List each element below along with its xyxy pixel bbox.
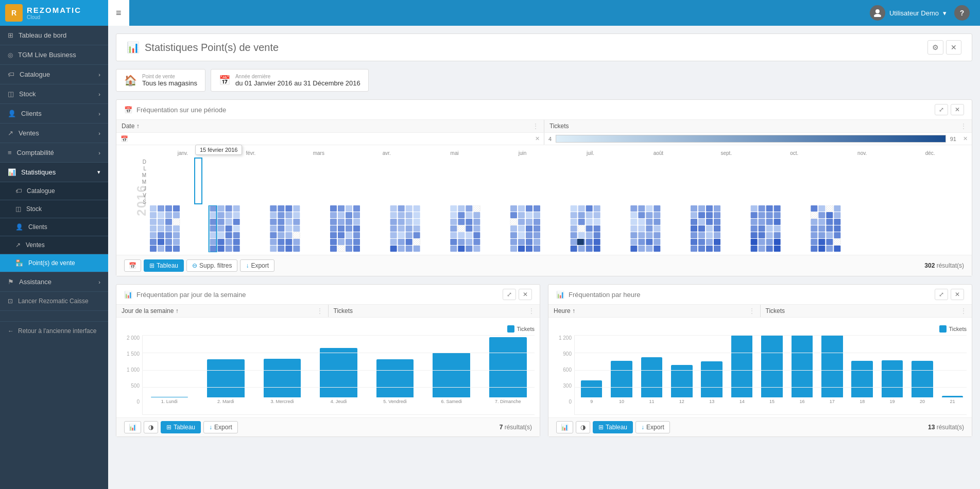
sidebar-item-comptabilite[interactable]: ≡ Comptabilité › <box>0 143 108 163</box>
sidebar-item-launch[interactable]: ⊡ Lancer Rezomatic Caisse <box>0 292 108 311</box>
close-hour-button[interactable]: ✕ <box>951 289 964 300</box>
svg-rect-95 <box>338 219 345 225</box>
sidebar-item-stock-sub[interactable]: ◫ Stock <box>0 200 108 218</box>
svg-rect-192 <box>534 212 540 218</box>
svg-rect-276 <box>714 212 720 218</box>
store-filter-icon: 🏠 <box>124 74 137 86</box>
close-week-button[interactable]: ✕ <box>519 289 532 300</box>
sidebar-item-catalogue-sub[interactable]: 🏷 Catalogue <box>0 182 108 200</box>
close-heatmap-button[interactable]: ✕ <box>951 104 964 115</box>
svg-rect-70 <box>278 239 284 245</box>
svg-rect-222 <box>594 225 600 232</box>
chevron-right-icon: › <box>98 111 100 117</box>
bar-h10: 10 <box>607 335 635 404</box>
sidebar-item-clients[interactable]: 👤 Clients › <box>0 104 108 124</box>
svg-rect-326 <box>826 219 833 225</box>
dropdown-arrow-icon: ▾ <box>943 9 947 17</box>
hour-chart-pie-view[interactable]: ◑ <box>576 421 590 433</box>
tableau-button[interactable]: ⊞ Tableau <box>144 259 184 272</box>
back-link[interactable]: ← Retour à l'ancienne interface <box>0 321 108 340</box>
sidebar-item-assistance[interactable]: ⚑ Assistance › <box>0 272 108 292</box>
help-button[interactable]: ? <box>954 5 970 21</box>
svg-rect-173 <box>510 225 517 232</box>
y-label-1500: 1 500 <box>127 351 140 357</box>
day-label-d: D <box>124 159 146 165</box>
heatmap-tooltip: 15 février 2016 <box>195 145 242 155</box>
week-col2-header: Tickets <box>334 307 353 315</box>
date-filter-button[interactable]: 📅 Année dernière du 01 Janvier 2016 au 3… <box>211 69 369 92</box>
svg-rect-279 <box>714 232 720 238</box>
svg-rect-10 <box>158 212 164 218</box>
svg-rect-249 <box>654 219 660 225</box>
svg-rect-320 <box>818 225 825 232</box>
col-resize-handle[interactable]: ⋮ <box>532 123 539 130</box>
date-clear-icon[interactable]: ✕ <box>535 135 540 142</box>
week-export-button[interactable]: ↓ Export <box>203 421 238 433</box>
svg-rect-82 <box>293 225 300 232</box>
sidebar-item-tableau-de-bord[interactable]: ⊞ Tableau de bord <box>0 26 108 45</box>
svg-rect-85 <box>293 246 300 252</box>
filter-icon: ⊖ <box>192 262 197 269</box>
svg-rect-157 <box>466 212 472 218</box>
week-tableau-button[interactable]: ⊞ Tableau <box>161 421 201 433</box>
date-search-input[interactable] <box>131 135 532 143</box>
close-button[interactable]: ✕ <box>946 40 961 55</box>
svg-rect-142 <box>450 205 457 212</box>
svg-rect-333 <box>834 219 840 225</box>
sidebar-item-clients-sub[interactable]: 👤 Clients <box>0 218 108 236</box>
hamburger-button[interactable]: ≡ <box>108 0 129 26</box>
svg-rect-211 <box>578 246 585 252</box>
expand-hour-button[interactable]: ⤢ <box>935 289 948 300</box>
sidebar-item-pdv[interactable]: 🏪 Point(s) de vente <box>0 254 108 272</box>
settings-button[interactable]: ⚙ <box>927 40 943 55</box>
bar-lundi: 1. Lundi <box>143 335 196 404</box>
svg-rect-30 <box>210 205 217 212</box>
svg-rect-121 <box>398 205 405 212</box>
svg-rect-27 <box>173 232 180 238</box>
svg-rect-332 <box>834 212 840 218</box>
tickets-clear-icon[interactable]: ✕ <box>963 135 968 142</box>
svg-rect-148 <box>450 246 457 252</box>
col2-resize-handle[interactable]: ⋮ <box>960 123 967 130</box>
svg-rect-272 <box>706 232 713 238</box>
svg-rect-26 <box>173 225 180 232</box>
user-menu[interactable]: Utilisateur Demo ▾ <box>870 5 947 21</box>
svg-rect-175 <box>510 239 517 245</box>
svg-rect-144 <box>450 219 457 225</box>
sidebar-item-ventes[interactable]: ↗ Ventes › <box>0 124 108 143</box>
svg-rect-199 <box>571 212 577 218</box>
export-button[interactable]: ↓ Export <box>240 259 274 272</box>
svg-rect-273 <box>706 239 713 245</box>
calendar-view-button[interactable]: 📅 <box>124 259 141 272</box>
supp-filtres-button[interactable]: ⊖ Supp. filtres <box>186 259 237 272</box>
week-legend-label: Tickets <box>517 326 535 332</box>
sidebar-label: Stock <box>26 205 42 213</box>
hour-export-button[interactable]: ↓ Export <box>635 421 670 433</box>
svg-rect-267 <box>698 246 705 252</box>
sidebar-item-ventes-sub[interactable]: ↗ Ventes <box>0 236 108 254</box>
expand-heatmap-button[interactable]: ⤢ <box>935 104 948 115</box>
week-chart-pie-view[interactable]: ◑ <box>144 421 158 433</box>
store-filter-button[interactable]: 🏠 Point de vente Tous les magasins <box>116 69 205 92</box>
sidebar-label: Clients <box>28 223 47 231</box>
svg-rect-89 <box>330 225 337 232</box>
bar-vendredi: 5. Vendredi <box>368 335 422 404</box>
sidebar-item-stock[interactable]: ◫ Stock › <box>0 84 108 104</box>
sidebar-item-tgm[interactable]: ◎ TGM Live Business <box>0 45 108 65</box>
svg-rect-319 <box>818 219 825 225</box>
hour-chart-bar-view[interactable]: 📊 <box>556 421 573 433</box>
bar-h13: 13 <box>698 335 726 404</box>
svg-rect-74 <box>285 219 292 225</box>
sidebar-item-catalogue[interactable]: 🏷 Catalogue › <box>0 65 108 84</box>
svg-rect-331 <box>834 205 840 212</box>
hour-result-count: 13 résultat(s) <box>928 424 964 431</box>
sidebar-item-statistiques[interactable]: 📊 Statistiques ▾ <box>0 163 108 182</box>
svg-rect-274 <box>706 246 713 252</box>
svg-rect-284 <box>751 219 758 225</box>
svg-rect-3 <box>150 212 157 218</box>
hour-tableau-button[interactable]: ⊞ Tableau <box>593 421 633 433</box>
week-chart-bar-view[interactable]: 📊 <box>124 421 141 433</box>
expand-week-button[interactable]: ⤢ <box>503 289 516 300</box>
svg-rect-304 <box>774 212 781 218</box>
heatmap-visualization[interactable] <box>149 205 885 252</box>
